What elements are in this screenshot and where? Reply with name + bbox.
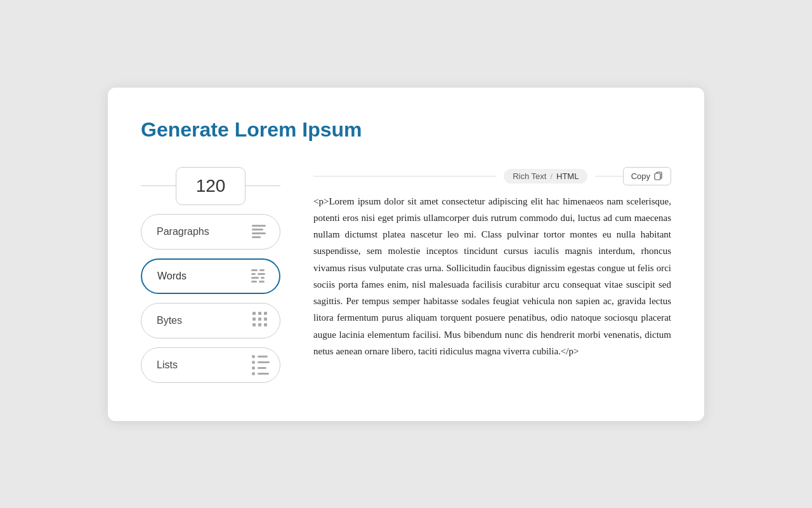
copy-button[interactable]: Copy <box>623 167 671 185</box>
bytes-button[interactable]: Bytes <box>141 303 280 338</box>
format-divider: / <box>550 171 553 181</box>
header-line-left <box>313 176 496 177</box>
html-option[interactable]: HTML <box>556 171 579 181</box>
paragraphs-label: Paragraphs <box>157 226 209 237</box>
lists-label: Lists <box>157 359 178 371</box>
header-line-right <box>595 176 622 177</box>
copy-icon <box>654 171 663 180</box>
number-input[interactable]: 120 <box>176 167 246 205</box>
bytes-label: Bytes <box>157 315 182 326</box>
words-label: Words <box>157 271 187 282</box>
number-line-right <box>246 185 280 186</box>
number-line-left <box>141 185 176 186</box>
words-icon <box>251 267 269 285</box>
format-toggle: Rich Text / HTML <box>504 169 587 184</box>
svg-rect-0 <box>655 173 660 180</box>
main-card: Generate Lorem Ipsum 120 Paragraphs <box>108 88 704 421</box>
output-header: Rich Text / HTML Copy <box>313 167 671 185</box>
rich-text-option[interactable]: Rich Text <box>513 171 546 181</box>
number-input-row: 120 <box>141 167 280 205</box>
right-panel: Rich Text / HTML Copy <p>Lorem ipsum dol… <box>313 167 671 360</box>
page-title: Generate Lorem Ipsum <box>141 118 671 142</box>
paragraphs-button[interactable]: Paragraphs <box>141 214 280 250</box>
left-panel: 120 Paragraphs Words <box>141 167 280 383</box>
words-button[interactable]: Words <box>141 258 280 294</box>
main-layout: 120 Paragraphs Words <box>141 167 671 383</box>
lists-button[interactable]: Lists <box>141 347 280 383</box>
copy-label: Copy <box>631 171 650 181</box>
output-text: <p>Lorem ipsum dolor sit amet consectetu… <box>313 193 671 360</box>
bytes-icon <box>252 312 270 330</box>
paragraphs-icon <box>252 223 270 241</box>
lists-icon <box>252 356 270 374</box>
